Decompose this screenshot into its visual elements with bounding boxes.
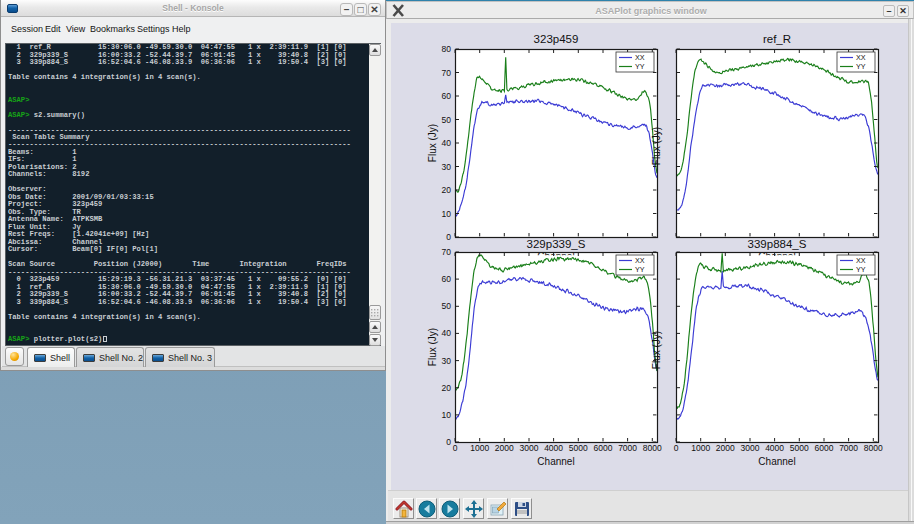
svg-text:ref_R: ref_R (763, 33, 791, 45)
svg-text:5000: 5000 (569, 443, 588, 453)
svg-text:7000: 7000 (618, 443, 637, 453)
svg-text:50: 50 (442, 115, 452, 125)
svg-text:1000: 1000 (691, 443, 710, 453)
svg-text:30: 30 (442, 162, 452, 172)
svg-text:2000: 2000 (716, 443, 735, 453)
svg-text:60: 60 (442, 274, 452, 284)
svg-text:30: 30 (442, 356, 452, 366)
svg-text:10: 10 (442, 209, 452, 219)
svg-text:Flux (Jy): Flux (Jy) (427, 124, 438, 162)
svg-text:YY: YY (856, 62, 866, 71)
svg-text:0: 0 (446, 232, 451, 242)
svg-text:339p884_S: 339p884_S (748, 238, 807, 250)
svg-text:70: 70 (442, 68, 452, 78)
svg-text:40: 40 (442, 328, 452, 338)
svg-text:40: 40 (442, 138, 452, 148)
svg-text:Channel: Channel (758, 456, 795, 467)
svg-text:YY: YY (856, 265, 866, 274)
svg-text:Channel: Channel (537, 456, 574, 467)
svg-text:4000: 4000 (765, 443, 784, 453)
svg-text:Flux (Jy): Flux (Jy) (427, 328, 438, 366)
svg-text:4000: 4000 (544, 443, 563, 453)
svg-text:20: 20 (442, 383, 452, 393)
svg-text:329p339_S: 329p339_S (527, 238, 586, 250)
svg-text:0: 0 (446, 437, 451, 447)
svg-text:2000: 2000 (495, 443, 514, 453)
svg-text:1000: 1000 (470, 443, 489, 453)
svg-text:0: 0 (453, 443, 458, 453)
svg-text:XX: XX (856, 256, 866, 265)
svg-text:10: 10 (442, 410, 452, 420)
svg-text:50: 50 (442, 301, 452, 311)
svg-text:70: 70 (442, 247, 452, 257)
svg-text:20: 20 (442, 185, 452, 195)
svg-text:80: 80 (442, 44, 452, 54)
svg-text:60: 60 (442, 91, 452, 101)
svg-text:XX: XX (635, 53, 645, 62)
svg-text:Flux (Jy): Flux (Jy) (651, 331, 662, 369)
svg-text:XX: XX (856, 53, 866, 62)
svg-text:YY: YY (635, 265, 645, 274)
svg-text:3000: 3000 (520, 443, 539, 453)
svg-text:6000: 6000 (815, 443, 834, 453)
svg-text:XX: XX (635, 256, 645, 265)
svg-text:7000: 7000 (839, 443, 858, 453)
svg-text:323p459: 323p459 (534, 33, 579, 45)
svg-text:Flux (Jy): Flux (Jy) (651, 127, 662, 165)
svg-text:8000: 8000 (643, 443, 662, 453)
svg-text:YY: YY (635, 62, 645, 71)
svg-text:3000: 3000 (741, 443, 760, 453)
svg-text:0: 0 (674, 443, 679, 453)
svg-text:8000: 8000 (864, 443, 883, 453)
svg-text:5000: 5000 (790, 443, 809, 453)
svg-text:6000: 6000 (594, 443, 613, 453)
